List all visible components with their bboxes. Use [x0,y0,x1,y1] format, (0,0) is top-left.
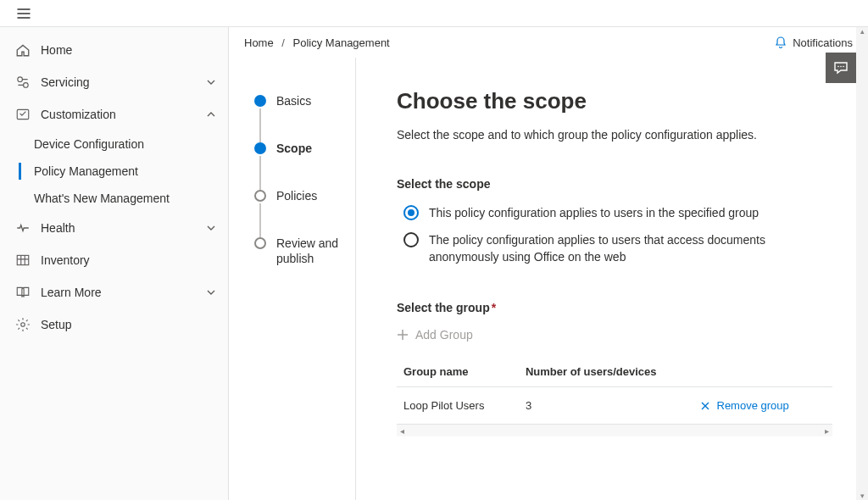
content: Choose the scope Select the scope and to… [356,58,868,500]
sidebar-label-learn-more: Learn More [41,286,206,299]
sidebar-subitem-whats-new[interactable]: What's New Management [0,185,228,212]
hamburger-menu-button[interactable] [7,0,41,27]
step-label-basics: Basics [276,93,311,108]
topbar [0,0,868,27]
plus-icon [397,329,409,341]
step-basics[interactable]: Basics [254,93,355,141]
sidebar-item-inventory[interactable]: Inventory [0,244,228,276]
step-dot-icon [254,142,266,154]
cell-group-name: Loop Pilot Users [397,387,519,425]
content-row: Basics Scope Policies Review and publish [229,58,868,500]
health-icon [15,220,31,236]
remove-group-button[interactable]: Remove group [700,399,826,412]
sidebar-item-learn-more[interactable]: Learn More [0,276,228,308]
step-label-policies: Policies [276,188,317,203]
layout: Home Servicing Customization Device Conf… [0,27,868,500]
scope-option-anonymous[interactable]: The policy configuration applies to user… [403,231,832,265]
svg-rect-3 [17,255,29,264]
customization-icon [15,107,31,122]
step-dot-icon [254,237,266,249]
breadcrumb-row: Home / Policy Management Notifications [229,27,868,58]
sidebar-label-customization: Customization [41,108,206,121]
cell-count: 3 [519,387,693,425]
table-header-row: Group name Number of users/devices [397,357,832,387]
add-group-label: Add Group [415,328,473,342]
breadcrumb-current: Policy Management [293,36,390,49]
inventory-icon [15,253,31,268]
bell-icon [774,36,787,49]
breadcrumb-home-link[interactable]: Home [244,36,274,49]
col-group-name: Group name [397,357,519,387]
scope-option-anonymous-label: The policy configuration applies to user… [429,231,832,265]
home-icon [15,42,31,58]
svg-point-1 [24,83,29,88]
table-horizontal-scrollbar[interactable]: ◂▸ [397,425,832,436]
svg-point-0 [18,77,23,82]
page-subtitle: Select the scope and to which group the … [397,128,832,142]
sidebar-label-home: Home [41,43,228,57]
setup-icon [15,317,31,332]
remove-group-label: Remove group [717,399,789,412]
vertical-scrollbar[interactable] [856,27,868,500]
sidebar-label-health: Health [41,221,206,235]
add-group-button[interactable]: Add Group [397,328,832,342]
col-count: Number of users/devices [519,357,693,387]
step-scope[interactable]: Scope [254,141,355,188]
chevron-down-icon [206,77,216,87]
sidebar-label-inventory: Inventory [41,253,228,267]
chevron-up-icon [206,109,216,119]
chevron-down-icon [206,223,216,233]
radio-icon [403,232,419,247]
step-dot-icon [254,190,266,202]
table-row: Loop Pilot Users 3 Remove group [397,387,832,425]
sidebar-label-servicing: Servicing [41,75,206,89]
sidebar-sublabel-whats-new: What's New Management [34,192,170,205]
notifications-label: Notifications [793,36,853,49]
scope-option-group-label: This policy configuration applies to use… [429,204,759,221]
sidebar-item-health[interactable]: Health [0,212,228,244]
svg-point-7 [843,66,844,68]
chevron-down-icon [206,287,216,297]
sidebar-item-home[interactable]: Home [0,34,228,66]
group-section-heading: Select the group* [397,301,832,314]
required-star: * [492,301,496,314]
scope-radio-group: This policy configuration applies to use… [397,204,832,265]
scope-option-group[interactable]: This policy configuration applies to use… [403,204,832,221]
svg-point-5 [837,66,839,68]
sidebar-subitem-policy-management[interactable]: Policy Management [0,158,228,185]
step-label-scope: Scope [276,141,312,156]
svg-point-4 [21,323,25,327]
sidebar-sublabel-device-configuration: Device Configuration [34,137,144,151]
scope-section-heading: Select the scope [397,177,832,191]
sidebar: Home Servicing Customization Device Conf… [0,27,229,500]
radio-icon [403,205,419,220]
hamburger-icon [17,7,31,20]
step-dot-icon [254,95,266,107]
main: Home / Policy Management Notifications B… [229,27,868,500]
step-label-review-publish: Review and publish [276,236,355,266]
feedback-icon [833,60,849,75]
feedback-button[interactable] [826,53,856,83]
notifications-button[interactable]: Notifications [774,36,853,49]
page-title: Choose the scope [397,88,832,114]
stepper: Basics Scope Policies Review and publish [229,58,356,500]
close-icon [700,401,710,411]
sidebar-item-servicing[interactable]: Servicing [0,66,228,98]
step-review-publish[interactable]: Review and publish [254,236,355,269]
breadcrumb: Home / Policy Management [244,36,390,49]
sidebar-item-customization[interactable]: Customization [0,98,228,131]
sidebar-sublabel-policy-management: Policy Management [34,164,138,178]
sidebar-item-setup[interactable]: Setup [0,308,228,341]
sidebar-label-setup: Setup [41,318,228,331]
servicing-icon [15,75,31,90]
breadcrumb-separator: / [281,36,285,49]
group-table: Group name Number of users/devices Loop … [397,357,832,425]
svg-point-6 [840,66,842,68]
learn-more-icon [15,285,31,300]
step-policies[interactable]: Policies [254,188,355,236]
sidebar-subitem-device-configuration[interactable]: Device Configuration [0,131,228,158]
